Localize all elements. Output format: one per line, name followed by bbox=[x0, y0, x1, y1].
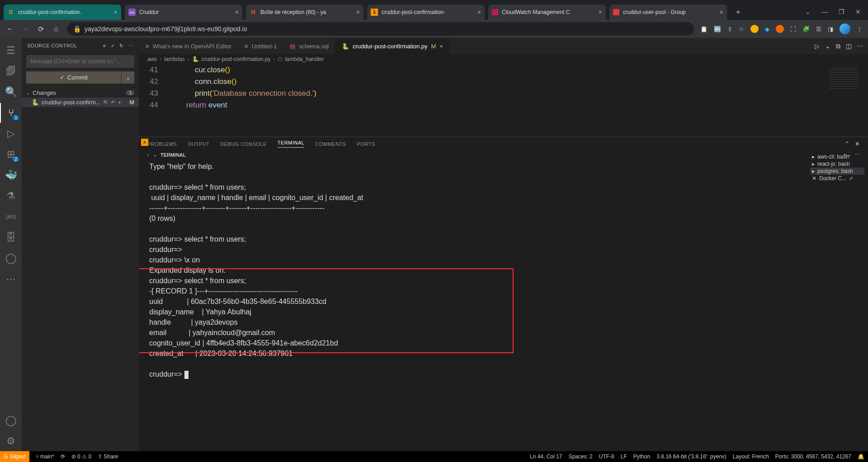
extensions-icon[interactable]: 🧩 bbox=[802, 26, 810, 33]
close-icon[interactable]: × bbox=[114, 9, 118, 16]
sync-icon[interactable]: ⟳ bbox=[61, 453, 65, 460]
discard-icon[interactable]: ↶ bbox=[111, 99, 115, 106]
new-tab-button[interactable]: + bbox=[731, 5, 745, 20]
github-icon[interactable]: ◯ bbox=[0, 248, 22, 268]
split-compare-icon[interactable]: ⧉ bbox=[836, 42, 840, 50]
api-icon[interactable]: [API] bbox=[0, 207, 22, 227]
reading-list-icon[interactable]: ☰ bbox=[816, 26, 821, 33]
panel-tab-debug[interactable]: DEBUG CONSOLE bbox=[220, 141, 266, 147]
panel-tab-comments[interactable]: COMMENTS bbox=[315, 141, 346, 147]
python-env-status[interactable]: 3.8.16 64-bit ('3.8.16': pyenv) bbox=[656, 453, 726, 460]
close-icon[interactable]: × bbox=[477, 9, 481, 16]
address-bar[interactable]: 🔒 yaya2devops-awscloudpro-m679jl1plo9.ws… bbox=[67, 22, 694, 36]
terminal[interactable]: Type "help" for help. cruddur=> select *… bbox=[139, 160, 868, 451]
editor-tab[interactable]: ≡Untitled-1 bbox=[238, 38, 283, 54]
changes-group[interactable]: ⌄ Changes 1 bbox=[22, 88, 139, 98]
source-control-icon[interactable]: ⑂1 bbox=[0, 103, 22, 123]
account-icon[interactable]: ◯ bbox=[0, 411, 22, 430]
crumb[interactable]: cruddur-post-confirmation.py bbox=[202, 56, 271, 62]
more-icon[interactable]: ⋯ bbox=[0, 269, 22, 289]
crumb[interactable]: lambdas bbox=[164, 56, 184, 62]
panel-tab-output[interactable]: OUTPUT bbox=[188, 141, 209, 147]
minimize-icon[interactable]: — bbox=[821, 8, 828, 15]
gitpod-status[interactable]: G Gitpod bbox=[0, 451, 29, 462]
refresh-icon[interactable]: ↻ bbox=[119, 43, 124, 49]
browser-tab[interactable]: CloudWatch Management C × bbox=[488, 5, 606, 20]
ports-status[interactable]: Ports: 3000, 4567, 5432, 41267 bbox=[775, 453, 851, 460]
panel-tab-ports[interactable]: PORTS bbox=[357, 141, 375, 147]
ext-icon[interactable]: ⛶ bbox=[790, 26, 796, 33]
indent-status[interactable]: Spaces: 2 bbox=[568, 453, 592, 460]
run-debug-icon[interactable]: ▷ bbox=[0, 124, 22, 144]
changed-file-row[interactable]: 🐍 cruddur-post-confirm... ⇱ ↶ + M bbox=[22, 98, 139, 107]
commit-button[interactable]: ✓ Commit bbox=[26, 71, 121, 84]
kebab-icon[interactable]: ⋮ bbox=[857, 26, 863, 33]
editor-tab[interactable]: ≡What's new in OpenAPI Editor bbox=[139, 38, 238, 54]
close-icon[interactable]: × bbox=[356, 9, 360, 16]
forward-icon[interactable]: → bbox=[21, 25, 30, 33]
menu-icon[interactable]: ☰ bbox=[0, 41, 22, 61]
search-icon[interactable]: 🔍 bbox=[0, 82, 22, 102]
browser-tab[interactable]: λ cruddur-post-confirmation- × bbox=[367, 5, 485, 20]
cursor-position[interactable]: Ln 44, Col 17 bbox=[530, 453, 562, 460]
check-icon[interactable]: ✓ bbox=[111, 43, 115, 49]
problems-status[interactable]: ⊘ 0 ⚠ 0 bbox=[71, 453, 91, 460]
chevron-down-icon[interactable]: ⌄ bbox=[805, 8, 811, 15]
share-button[interactable]: ⇪ Share bbox=[98, 453, 118, 460]
terminal-header[interactable]: › ⌄ TERMINAL ＋⌄ ⋯ bbox=[139, 150, 868, 160]
browser-tab[interactable]: M Boîte de réception (60) - ya × bbox=[246, 5, 363, 20]
explorer-icon[interactable]: 🗐 bbox=[0, 61, 22, 81]
lang-status[interactable]: Python bbox=[633, 453, 650, 460]
commit-caret[interactable]: ⌄ bbox=[122, 71, 134, 84]
close-icon[interactable]: × bbox=[720, 9, 723, 16]
editor-tab[interactable]: 🐍cruddur-post-confirmation.py M× bbox=[335, 38, 450, 54]
test-icon[interactable]: ⚗ bbox=[0, 186, 22, 206]
translate-icon[interactable]: 🔤 bbox=[714, 26, 721, 33]
share-icon[interactable]: ⇪ bbox=[727, 26, 732, 33]
settings-icon[interactable]: ⚙ bbox=[0, 431, 22, 451]
extensions-icon[interactable]: ⊞2 bbox=[0, 145, 22, 164]
star-icon[interactable]: ☆ bbox=[739, 26, 744, 33]
close-icon[interactable]: × bbox=[439, 43, 443, 50]
reload-icon[interactable]: ⟳ bbox=[36, 25, 45, 33]
crumb[interactable]: lambda_handler bbox=[285, 56, 324, 62]
back-icon[interactable]: ← bbox=[5, 25, 14, 33]
code-editor[interactable]: 41424344 cur.close() conn.close() print(… bbox=[139, 64, 868, 136]
more-icon[interactable]: ⋯ bbox=[128, 43, 134, 49]
database-icon[interactable]: 🗄 bbox=[0, 228, 22, 247]
terminal-entry[interactable]: ▸aws-cli: bash bbox=[810, 153, 864, 160]
sidepanel-icon[interactable]: ◨ bbox=[828, 26, 833, 33]
view-icon[interactable]: ≡ bbox=[103, 43, 106, 49]
eol-status[interactable]: LF bbox=[621, 453, 627, 460]
code-content[interactable]: cur.close() conn.close() print('Database… bbox=[169, 64, 868, 136]
open-file-icon[interactable]: ⇱ bbox=[104, 99, 108, 106]
ext-icon[interactable] bbox=[776, 25, 784, 33]
close-panel-icon[interactable]: ✕ bbox=[855, 140, 860, 147]
stage-icon[interactable]: + bbox=[118, 99, 121, 106]
clipboard-icon[interactable]: 📋 bbox=[700, 26, 708, 33]
docker-icon[interactable]: 🐳 bbox=[0, 165, 22, 185]
chevron-up-icon[interactable]: ⌃ bbox=[844, 140, 849, 147]
split-editor-icon[interactable]: ◫ bbox=[846, 42, 852, 50]
ext-icon[interactable] bbox=[750, 25, 759, 33]
browser-tab[interactable]: cru Cruddur × bbox=[125, 5, 242, 20]
run-caret-icon[interactable]: ⌄ bbox=[825, 42, 830, 50]
panel-tab-problems[interactable]: PROBLEMS bbox=[147, 141, 177, 147]
crumb[interactable]: aws bbox=[147, 56, 157, 62]
close-icon[interactable]: × bbox=[599, 9, 602, 16]
more-icon[interactable]: ⋯ bbox=[857, 42, 863, 50]
browser-tab[interactable]: cruddur-user-pool - Group × bbox=[609, 5, 727, 20]
profile-avatar[interactable] bbox=[840, 23, 850, 34]
close-icon[interactable]: × bbox=[235, 9, 239, 16]
close-window-icon[interactable]: ✕ bbox=[855, 8, 861, 15]
browser-tab[interactable]: G cruddur-post-confirmation. × bbox=[4, 5, 121, 20]
commit-message-input[interactable] bbox=[26, 55, 134, 68]
run-icon[interactable]: ▷ bbox=[815, 42, 820, 50]
encoding-status[interactable]: UTF-8 bbox=[599, 453, 614, 460]
layout-status[interactable]: Layout: French bbox=[733, 453, 769, 460]
branch-status[interactable]: ⑂ main* bbox=[36, 453, 54, 460]
breadcrumbs[interactable]: aws› lambdas› 🐍cruddur-post-confirmation… bbox=[139, 54, 868, 64]
notifications-icon[interactable]: 🔔 bbox=[858, 453, 864, 460]
maximize-icon[interactable]: ❐ bbox=[839, 8, 844, 15]
minimap[interactable] bbox=[826, 64, 862, 136]
